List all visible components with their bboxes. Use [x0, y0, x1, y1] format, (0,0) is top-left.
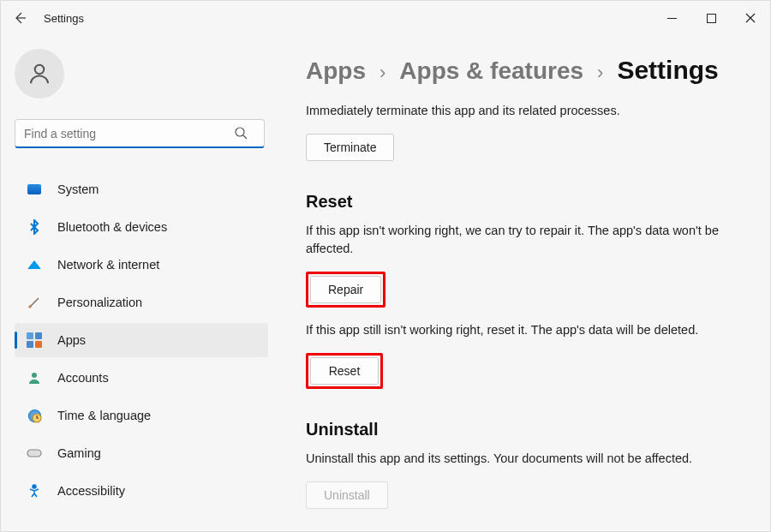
sidebar: System Bluetooth & devices Network & int… — [1, 35, 275, 531]
svg-point-7 — [33, 485, 36, 488]
window-controls — [652, 4, 770, 32]
apps-icon — [27, 332, 42, 348]
system-icon — [27, 182, 42, 197]
nav-item-bluetooth[interactable]: Bluetooth & devices — [15, 210, 268, 244]
maximize-icon — [707, 14, 716, 23]
terminate-description: Immediately terminate this app and its r… — [306, 102, 746, 120]
svg-rect-6 — [27, 450, 41, 457]
nav-label: System — [57, 182, 99, 196]
repair-button[interactable]: Repair — [310, 276, 381, 303]
search-input[interactable] — [15, 119, 265, 148]
svg-rect-0 — [707, 14, 715, 22]
nav-label: Gaming — [57, 446, 101, 460]
terminate-button[interactable]: Terminate — [306, 134, 394, 161]
reset-highlight: Reset — [306, 353, 383, 389]
arrow-left-icon — [13, 11, 27, 25]
nav-label: Accounts — [57, 371, 109, 385]
close-button[interactable] — [731, 4, 770, 32]
breadcrumb: Apps › Apps & features › Settings — [306, 56, 746, 85]
search-icon — [234, 126, 248, 143]
nav-list: System Bluetooth & devices Network & int… — [15, 172, 268, 508]
breadcrumb-current: Settings — [617, 56, 718, 85]
clock-icon — [27, 408, 42, 423]
nav-item-gaming[interactable]: Gaming — [15, 436, 268, 470]
chevron-right-icon: › — [597, 62, 603, 84]
avatar — [15, 49, 64, 99]
reset-heading: Reset — [306, 192, 746, 212]
svg-point-1 — [35, 65, 45, 75]
nav-label: Apps — [57, 333, 86, 347]
nav-item-time[interactable]: Time & language — [15, 398, 268, 433]
back-button[interactable] — [11, 9, 28, 27]
breadcrumb-apps[interactable]: Apps — [306, 57, 366, 85]
nav-item-apps[interactable]: Apps — [15, 323, 268, 357]
repair-description: If this app isn't working right, we can … — [306, 222, 746, 258]
person-icon — [27, 61, 52, 87]
chevron-right-icon: › — [380, 62, 386, 84]
maximize-button[interactable] — [691, 4, 731, 32]
nav-item-network[interactable]: Network & internet — [15, 248, 268, 282]
reset-description: If this app still isn't working right, r… — [306, 321, 746, 339]
titlebar: Settings — [1, 1, 770, 35]
minimize-icon — [667, 14, 677, 23]
nav-item-accounts[interactable]: Accounts — [15, 361, 268, 395]
breadcrumb-apps-features[interactable]: Apps & features — [399, 57, 583, 85]
content-area: Apps › Apps & features › Settings Immedi… — [275, 35, 770, 531]
wifi-icon — [27, 257, 42, 272]
nav-label: Accessibility — [57, 484, 125, 498]
uninstall-description: Uninstall this app and its settings. You… — [306, 450, 746, 468]
minimize-button[interactable] — [652, 4, 691, 32]
nav-label: Time & language — [57, 409, 151, 422]
svg-point-2 — [236, 128, 244, 136]
repair-highlight: Repair — [306, 272, 386, 308]
nav-label: Bluetooth & devices — [57, 220, 167, 234]
svg-point-3 — [32, 373, 37, 378]
close-icon — [745, 13, 756, 23]
brush-icon — [27, 295, 42, 310]
reset-button[interactable]: Reset — [310, 357, 379, 385]
nav-label: Personalization — [57, 296, 142, 309]
window-title: Settings — [44, 12, 84, 25]
nav-item-personalization[interactable]: Personalization — [15, 285, 268, 320]
search-field — [15, 119, 268, 148]
bluetooth-icon — [27, 219, 42, 235]
nav-item-system[interactable]: System — [15, 172, 268, 206]
nav-item-accessibility[interactable]: Accessibility — [15, 474, 268, 508]
nav-label: Network & internet — [57, 258, 159, 272]
accounts-icon — [27, 370, 42, 386]
uninstall-button[interactable]: Uninstall — [306, 481, 388, 509]
uninstall-heading: Uninstall — [306, 420, 746, 439]
accessibility-icon — [27, 483, 42, 499]
profile-area[interactable] — [15, 49, 268, 99]
gamepad-icon — [27, 445, 42, 461]
